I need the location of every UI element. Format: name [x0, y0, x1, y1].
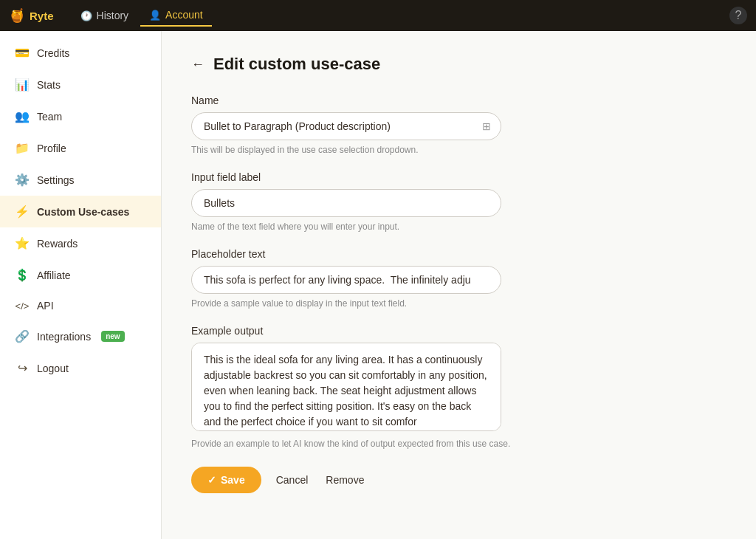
back-button[interactable]: ← [191, 58, 205, 71]
example-output-label: Example output [191, 325, 726, 337]
profile-icon: 📁 [15, 141, 30, 155]
logo-icon: 🍯 [9, 7, 25, 24]
sidebar-item-profile[interactable]: 📁 Profile [0, 132, 161, 164]
sidebar-item-settings[interactable]: ⚙️ Settings [0, 164, 161, 196]
topnav-history[interactable]: 🕐 History [72, 5, 138, 26]
sidebar-item-integrations[interactable]: 🔗 Integrations new [0, 320, 161, 352]
sidebar-item-api-label: API [37, 300, 54, 312]
save-label: Save [221, 474, 245, 486]
save-checkmark: ✓ [207, 474, 216, 486]
sidebar-item-custom-use-cases[interactable]: ⚡ Custom Use-cases [0, 196, 161, 227]
save-button[interactable]: ✓ Save [191, 467, 261, 493]
name-label: Name [191, 95, 726, 106]
input-field-input-wrapper [191, 189, 501, 217]
credits-icon: 💳 [15, 46, 30, 60]
sidebar-item-rewards-label: Rewards [37, 238, 78, 250]
example-output-textarea[interactable]: This is the ideal sofa for any living ar… [191, 343, 501, 431]
example-output-section: Example output This is the ideal sofa fo… [191, 325, 726, 449]
sidebar-item-affiliate-label: Affiliate [37, 270, 71, 281]
sidebar-item-credits[interactable]: 💳 Credits [0, 37, 161, 69]
input-field-hint: Name of the text field where you will en… [191, 222, 726, 232]
sidebar-item-affiliate[interactable]: 💲 Affiliate [0, 259, 161, 291]
sidebar-item-integrations-label: Integrations [37, 331, 91, 343]
page-header: ← Edit custom use-case [191, 55, 726, 74]
placeholder-section: Placeholder text Provide a sample value … [191, 248, 726, 309]
remove-button[interactable]: Remove [323, 467, 367, 493]
placeholder-input[interactable] [191, 266, 501, 294]
input-field-input[interactable] [191, 189, 501, 217]
placeholder-label: Placeholder text [191, 248, 726, 260]
logo-label: Ryte [30, 10, 54, 22]
api-icon: </> [15, 301, 30, 312]
cancel-button[interactable]: Cancel [273, 467, 312, 493]
sidebar-item-profile-label: Profile [37, 143, 66, 154]
input-field-label-section: Input field label Name of the text field… [191, 171, 726, 232]
example-output-hint: Provide an example to let AI know the ki… [191, 439, 726, 449]
main-content: ← Edit custom use-case Name ⊞ This will … [162, 31, 756, 539]
integrations-new-badge: new [101, 331, 124, 342]
sidebar-item-logout[interactable]: ↪ Logout [0, 352, 161, 384]
settings-icon: ⚙️ [15, 173, 30, 187]
help-button[interactable]: ? [729, 7, 747, 24]
topnav: 🍯 Ryte 🕐 History 👤 Account ? [0, 0, 756, 31]
sidebar-item-credits-label: Credits [37, 47, 69, 59]
sidebar-item-stats-label: Stats [37, 79, 61, 91]
sidebar: 💳 Credits 📊 Stats 👥 Team 📁 Profile ⚙️ Se… [0, 31, 162, 539]
main-layout: 💳 Credits 📊 Stats 👥 Team 📁 Profile ⚙️ Se… [0, 31, 756, 539]
placeholder-input-wrapper [191, 266, 501, 294]
sidebar-item-custom-use-cases-label: Custom Use-cases [37, 206, 129, 218]
sidebar-item-api[interactable]: </> API [0, 291, 161, 320]
sidebar-item-settings-label: Settings [37, 174, 75, 186]
topnav-links: 🕐 History 👤 Account [72, 4, 729, 27]
button-row: ✓ Save Cancel Remove [191, 467, 726, 493]
name-input-wrapper: ⊞ [191, 112, 501, 140]
rewards-icon: ⭐ [15, 236, 30, 250]
team-icon: 👥 [15, 109, 30, 123]
topnav-history-label: History [97, 10, 129, 21]
custom-use-cases-icon: ⚡ [15, 205, 30, 219]
affiliate-icon: 💲 [15, 268, 30, 282]
history-icon: 🕐 [80, 10, 92, 21]
name-section: Name ⊞ This will be displayed in the use… [191, 95, 726, 155]
name-input[interactable] [191, 112, 501, 140]
sidebar-item-stats[interactable]: 📊 Stats [0, 69, 161, 100]
sidebar-item-team-label: Team [37, 111, 62, 123]
name-input-icon: ⊞ [482, 120, 491, 132]
name-hint: This will be displayed in the use case s… [191, 145, 726, 155]
placeholder-hint: Provide a sample value to display in the… [191, 298, 726, 309]
page-title: Edit custom use-case [213, 55, 380, 74]
logo[interactable]: 🍯 Ryte [9, 7, 54, 24]
sidebar-item-team[interactable]: 👥 Team [0, 100, 161, 132]
sidebar-item-rewards[interactable]: ⭐ Rewards [0, 227, 161, 259]
stats-icon: 📊 [15, 78, 30, 92]
input-field-label: Input field label [191, 171, 726, 183]
topnav-account-label: Account [165, 9, 203, 21]
integrations-icon: 🔗 [15, 329, 30, 343]
account-icon: 👤 [149, 10, 161, 21]
sidebar-item-logout-label: Logout [37, 363, 69, 374]
logout-icon: ↪ [15, 361, 30, 375]
topnav-account[interactable]: 👤 Account [140, 4, 212, 27]
